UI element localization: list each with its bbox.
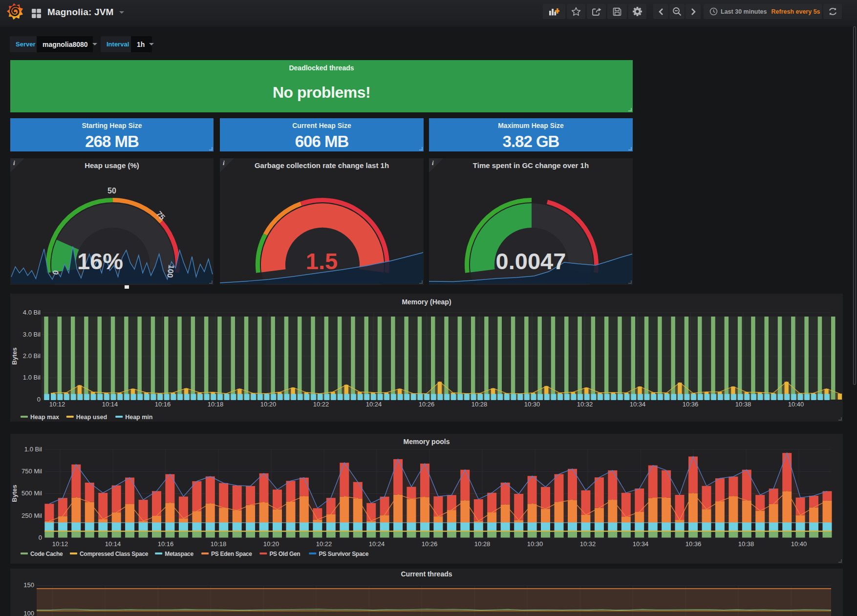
svg-text:4.0 Bil: 4.0 Bil xyxy=(23,309,41,316)
svg-text:PS Eden Space: PS Eden Space xyxy=(211,551,252,557)
svg-text:2.0 Bil: 2.0 Bil xyxy=(23,352,41,360)
svg-text:1.0 Bil: 1.0 Bil xyxy=(23,374,41,381)
svg-text:10:28: 10:28 xyxy=(471,401,488,408)
svg-text:750 Mil: 750 Mil xyxy=(21,467,42,475)
svg-text:10:38: 10:38 xyxy=(735,401,751,408)
svg-text:10:14: 10:14 xyxy=(105,540,121,548)
svg-text:10:38: 10:38 xyxy=(738,540,754,548)
svg-text:Bytes: Bytes xyxy=(11,347,18,364)
svg-text:75: 75 xyxy=(155,210,167,222)
svg-text:10:32: 10:32 xyxy=(580,540,596,548)
svg-text:10:16: 10:16 xyxy=(155,401,171,408)
svg-text:500 Mil: 500 Mil xyxy=(21,489,42,497)
svg-text:10:18: 10:18 xyxy=(208,401,224,408)
svg-text:10:12: 10:12 xyxy=(49,401,65,408)
svg-text:50: 50 xyxy=(107,187,116,195)
svg-text:10:20: 10:20 xyxy=(260,401,277,408)
svg-text:100: 100 xyxy=(23,610,34,616)
svg-text:250 Mil: 250 Mil xyxy=(21,512,42,519)
svg-text:10:30: 10:30 xyxy=(524,401,540,408)
svg-text:10:28: 10:28 xyxy=(474,540,491,548)
svg-text:Code Cache: Code Cache xyxy=(30,551,63,557)
svg-text:Heap used: Heap used xyxy=(76,414,107,421)
svg-text:10:36: 10:36 xyxy=(686,540,702,548)
svg-text:150: 150 xyxy=(23,581,34,589)
svg-text:10:34: 10:34 xyxy=(630,401,646,408)
svg-text:10:26: 10:26 xyxy=(422,540,438,548)
svg-text:Compressed Class Space: Compressed Class Space xyxy=(80,551,149,557)
svg-text:PS Survivor Space: PS Survivor Space xyxy=(319,551,368,557)
svg-text:10:36: 10:36 xyxy=(683,401,699,408)
svg-text:1.0 Bil: 1.0 Bil xyxy=(24,446,42,453)
svg-text:0: 0 xyxy=(39,534,42,541)
svg-text:10:40: 10:40 xyxy=(791,540,807,548)
svg-text:10:26: 10:26 xyxy=(419,401,435,408)
svg-text:10:22: 10:22 xyxy=(316,540,332,548)
svg-text:10:24: 10:24 xyxy=(366,401,382,408)
svg-text:10:14: 10:14 xyxy=(102,401,118,408)
svg-text:10:34: 10:34 xyxy=(633,540,649,548)
svg-text:Heap min: Heap min xyxy=(125,414,152,421)
svg-text:PS Old Gen: PS Old Gen xyxy=(269,551,300,557)
svg-text:0: 0 xyxy=(37,396,41,403)
svg-text:3.0 Bil: 3.0 Bil xyxy=(23,331,41,338)
svg-text:Metaspace: Metaspace xyxy=(165,551,193,557)
svg-text:10:16: 10:16 xyxy=(158,540,174,548)
svg-text:10:32: 10:32 xyxy=(577,401,593,408)
svg-text:10:40: 10:40 xyxy=(788,401,804,408)
svg-text:10:24: 10:24 xyxy=(369,540,385,548)
svg-text:10:18: 10:18 xyxy=(211,540,227,548)
svg-text:10:12: 10:12 xyxy=(52,540,68,548)
svg-text:Bytes: Bytes xyxy=(11,485,18,502)
svg-text:Heap max: Heap max xyxy=(30,414,59,421)
svg-text:10:22: 10:22 xyxy=(313,401,329,408)
svg-text:10:30: 10:30 xyxy=(527,540,543,548)
svg-text:10:20: 10:20 xyxy=(263,540,279,548)
